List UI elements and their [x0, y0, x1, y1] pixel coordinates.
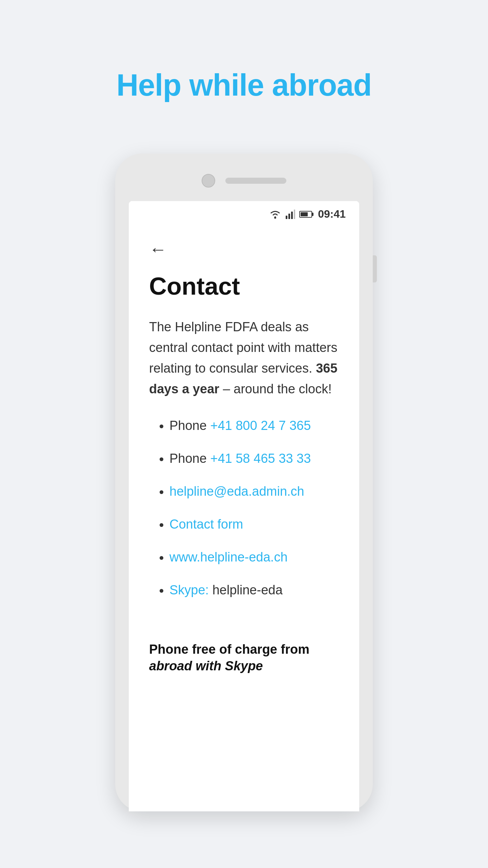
email-link[interactable]: helpline@eda.admin.ch [169, 484, 304, 498]
battery-icon [299, 211, 312, 218]
phone-free-section: Phone free of charge from abroad with Sk… [129, 634, 359, 693]
svg-rect-1 [286, 216, 287, 219]
phone-speaker [225, 178, 286, 184]
contact-description: The Helpline FDFA deals as central conta… [149, 317, 339, 399]
description-text-2: – around the clock! [223, 382, 332, 396]
list-item: www.helpline-eda.ch [169, 548, 339, 567]
list-item: Contact form [169, 515, 339, 534]
contact-heading: Contact [149, 273, 339, 300]
phone-link-1[interactable]: +41 800 24 7 365 [210, 418, 311, 433]
phone-free-subtitle: abroad with Skype [149, 659, 339, 673]
back-button[interactable]: ← [149, 239, 167, 259]
description-text-1: The Helpline FDFA deals as central conta… [149, 320, 337, 375]
svg-point-0 [274, 217, 276, 219]
phone-link-2[interactable]: +41 58 465 33 33 [210, 451, 311, 466]
status-icons: 09:41 [269, 208, 346, 220]
list-item: Skype: helpline-eda [169, 580, 339, 600]
svg-rect-3 [291, 212, 293, 219]
status-time: 09:41 [318, 208, 346, 220]
signal-icon [286, 210, 295, 219]
page-title: Help while abroad [116, 68, 371, 103]
website-link[interactable]: www.helpline-eda.ch [169, 550, 288, 564]
phone-screen: 09:41 ← Contact The Helpline FDFA deals … [129, 201, 359, 811]
screen-content: ← Contact The Helpline FDFA deals as cen… [129, 225, 359, 634]
phone-top-bar [129, 174, 359, 188]
phone-label-2: Phone [169, 451, 210, 466]
contact-list: Phone +41 800 24 7 365 Phone +41 58 465 … [149, 416, 339, 600]
svg-rect-2 [288, 214, 290, 219]
phone-free-title: Phone free of charge from [149, 640, 339, 658]
phone-camera [202, 174, 215, 188]
status-bar: 09:41 [129, 201, 359, 225]
skype-label: helpline-eda [212, 583, 283, 597]
phone-mockup: 09:41 ← Contact The Helpline FDFA deals … [115, 154, 373, 811]
battery-fill [301, 212, 308, 216]
phone-side-button [373, 255, 377, 282]
list-item: Phone +41 800 24 7 365 [169, 416, 339, 435]
wifi-icon [269, 210, 282, 219]
phone-label-1: Phone [169, 418, 210, 433]
skype-link[interactable]: Skype: [169, 583, 209, 597]
list-item: helpline@eda.admin.ch [169, 482, 339, 501]
svg-rect-4 [294, 210, 295, 219]
list-item: Phone +41 58 465 33 33 [169, 449, 339, 468]
contact-form-link[interactable]: Contact form [169, 517, 243, 531]
